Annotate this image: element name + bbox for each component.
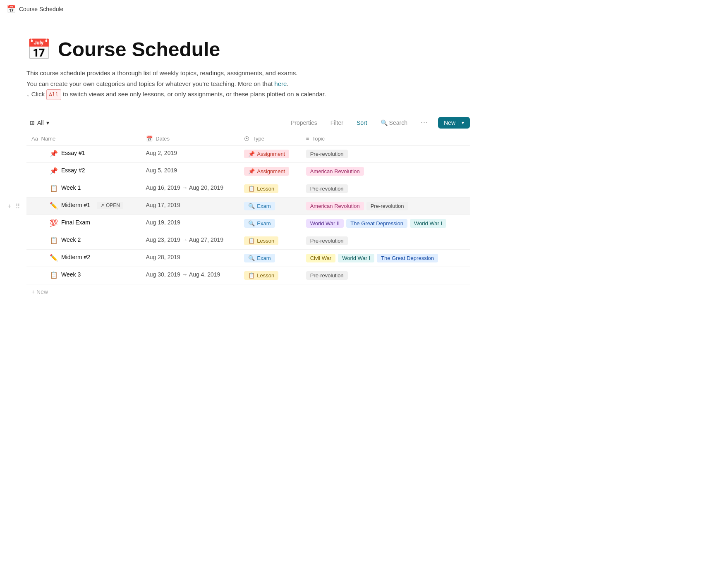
row-name-text: Midterm #1 [61, 202, 90, 208]
topic-cell: Civil WarWorld War IThe Great Depression [301, 250, 470, 267]
type-badge-icon: 📋 [248, 238, 255, 244]
date-cell: Aug 28, 2019 [141, 250, 239, 267]
new-row-button[interactable]: + New [26, 284, 470, 299]
name-cell: + ⠿ ✏️Midterm #1↗ OPEN [26, 198, 141, 215]
type-badge-label: Lesson [257, 272, 274, 279]
topic-tag: American Revolution [306, 202, 364, 210]
topic-cell: World War IIThe Great DepressionWorld Wa… [301, 215, 470, 232]
view-selector-button[interactable]: ⊞ All ▾ [26, 118, 53, 128]
type-badge-icon: 📌 [248, 151, 255, 157]
topic-cell: American RevolutionPre-revolution [301, 198, 470, 215]
desc-link[interactable]: here [274, 80, 287, 87]
topic-cell: American Revolution [301, 163, 470, 180]
topic-tag: Pre-revolution [366, 202, 408, 210]
type-cell: 📌Assignment [239, 163, 301, 180]
properties-button[interactable]: Properties [287, 118, 321, 128]
top-bar: 📅 Course Schedule [0, 0, 728, 18]
name-cell: ✏️Midterm #2 [26, 250, 141, 267]
page-header: 📅 Course Schedule [26, 38, 470, 61]
page-title: Course Schedule [58, 39, 220, 61]
topic-tag: World War I [338, 254, 374, 262]
topbar-title: Course Schedule [19, 6, 63, 12]
toolbar: ⊞ All ▾ Properties Filter Sort 🔍 Search … [26, 113, 470, 132]
type-badge-icon: 📋 [248, 272, 255, 279]
more-options-button[interactable]: ··· [417, 117, 431, 129]
main-content: 📅 Course Schedule This course schedule p… [0, 18, 496, 326]
dates-col-icon: 📅 [146, 136, 153, 142]
row-name-text: Final Exam [61, 219, 90, 226]
table-row[interactable]: 📋Week 2Aug 23, 2019 → Aug 27, 2019📋Lesso… [26, 232, 470, 250]
type-badge: 📋Lesson [244, 236, 278, 245]
desc-line2: You can create your own categories and t… [26, 80, 273, 87]
type-badge: 📋Lesson [244, 184, 278, 193]
row-emoji-icon: ✏️ [50, 202, 58, 210]
data-table: Aa Name 📅 Dates ⦿ Type ≡ Topic 📌Essay #1… [26, 132, 470, 284]
topic-tag: Pre-revolution [306, 150, 348, 158]
type-badge-label: Assignment [257, 168, 285, 174]
topic-cell: Pre-revolution [301, 267, 470, 284]
row-emoji-icon: 📋 [50, 236, 58, 244]
new-button-arrow-icon: ▾ [458, 120, 464, 126]
topic-cell: Pre-revolution [301, 145, 470, 163]
row-emoji-icon: 📋 [50, 184, 58, 192]
row-controls: + ⠿ [7, 201, 21, 211]
name-cell: 📌Essay #1 [26, 145, 141, 163]
table-row[interactable]: ✏️Midterm #2Aug 28, 2019🔍ExamCivil WarWo… [26, 250, 470, 267]
row-name-text: Week 3 [61, 271, 81, 278]
date-cell: Aug 5, 2019 [141, 163, 239, 180]
view-label: All [37, 119, 44, 126]
type-badge-icon: 📌 [248, 168, 255, 174]
name-col-label: Name [41, 136, 56, 142]
row-emoji-icon: 📋 [50, 271, 58, 279]
type-badge-label: Lesson [257, 238, 274, 244]
page-description: This course schedule provides a thorough… [26, 68, 470, 100]
type-cell: 🔍Exam [239, 215, 301, 232]
type-badge: 🔍Exam [244, 202, 275, 210]
open-button[interactable]: ↗ OPEN [97, 202, 123, 209]
type-cell: 🔍Exam [239, 250, 301, 267]
new-button[interactable]: New ▾ [438, 117, 470, 129]
date-cell: Aug 23, 2019 → Aug 27, 2019 [141, 232, 239, 250]
type-badge: 📋Lesson [244, 271, 278, 280]
toolbar-right: Properties Filter Sort 🔍 Search ··· New … [287, 117, 470, 129]
open-icon: ↗ [100, 203, 104, 208]
date-cell: Aug 30, 2019 → Aug 4, 2019 [141, 267, 239, 284]
search-button[interactable]: 🔍 Search [377, 118, 411, 128]
topic-col-icon: ≡ [306, 136, 309, 142]
row-name-text: Midterm #2 [61, 254, 90, 260]
type-badge-icon: 🔍 [248, 220, 255, 227]
type-badge: 📌Assignment [244, 167, 289, 176]
type-badge: 🔍Exam [244, 254, 275, 262]
topic-tag: World War I [410, 219, 446, 228]
table-row[interactable]: + ⠿ ✏️Midterm #1↗ OPENAug 17, 2019🔍ExamA… [26, 198, 470, 215]
table-body: 📌Essay #1Aug 2, 2019📌AssignmentPre-revol… [26, 145, 470, 284]
topbar-icon: 📅 [7, 5, 16, 14]
date-cell: Aug 19, 2019 [141, 215, 239, 232]
type-cell: 📋Lesson [239, 180, 301, 198]
table-row[interactable]: 📋Week 3Aug 30, 2019 → Aug 4, 2019📋Lesson… [26, 267, 470, 284]
drag-handle[interactable]: ⠿ [14, 201, 21, 211]
topic-cell: Pre-revolution [301, 232, 470, 250]
name-col-icon: Aa [31, 136, 38, 142]
topic-cell: Pre-revolution [301, 180, 470, 198]
type-badge: 📌Assignment [244, 150, 289, 158]
add-row-button[interactable]: + [7, 202, 12, 211]
date-cell: Aug 16, 2019 → Aug 20, 2019 [141, 180, 239, 198]
topic-tag: Pre-revolution [306, 236, 348, 245]
sort-button[interactable]: Sort [353, 118, 371, 128]
table-row[interactable]: 📌Essay #2Aug 5, 2019📌AssignmentAmerican … [26, 163, 470, 180]
name-cell: 📌Essay #2 [26, 163, 141, 180]
page-header-icon: 📅 [26, 38, 51, 61]
type-badge-label: Exam [257, 255, 271, 261]
table-row[interactable]: 📌Essay #1Aug 2, 2019📌AssignmentPre-revol… [26, 145, 470, 163]
col-header-topic: ≡ Topic [301, 132, 470, 145]
dates-col-label: Dates [156, 136, 170, 142]
topic-col-label: Topic [312, 136, 325, 142]
type-cell: 📋Lesson [239, 267, 301, 284]
row-emoji-icon: 📌 [50, 150, 58, 157]
table-row[interactable]: 📋Week 1Aug 16, 2019 → Aug 20, 2019📋Lesso… [26, 180, 470, 198]
type-cell: 🔍Exam [239, 198, 301, 215]
type-badge-label: Exam [257, 220, 271, 227]
filter-button[interactable]: Filter [327, 118, 347, 128]
table-row[interactable]: 💯Final ExamAug 19, 2019🔍ExamWorld War II… [26, 215, 470, 232]
